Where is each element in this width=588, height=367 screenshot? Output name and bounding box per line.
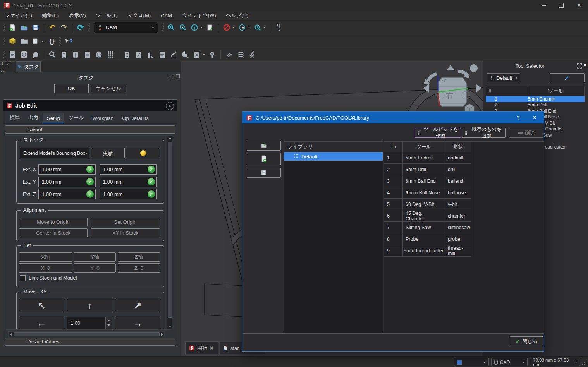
cam-waterline-icon[interactable] — [179, 49, 191, 60]
dialog-help-button[interactable]: ? — [511, 115, 525, 121]
new-document-button[interactable] — [7, 22, 18, 33]
chevron-down-icon[interactable] — [203, 54, 205, 55]
tab-output[interactable]: 出力 — [24, 112, 42, 123]
cancel-button[interactable]: キャンセル — [91, 84, 126, 93]
move-left-button[interactable]: ← — [19, 316, 64, 330]
center-in-stock-button[interactable]: Center in Stock — [19, 228, 88, 237]
stock-update-button[interactable]: 更新 — [91, 148, 125, 158]
table-cell[interactable]: 45 Deg. Chamfer — [403, 210, 445, 222]
move-up-button[interactable]: ↑ — [67, 298, 112, 312]
menu-macro[interactable]: マクロ(M) — [123, 11, 156, 21]
add-existing-button[interactable]: 既存のものを追加 — [462, 128, 506, 138]
refresh-button[interactable]: ⟳ — [75, 22, 86, 33]
cam-engrave-icon[interactable] — [133, 49, 144, 60]
table-cell[interactable]: drill — [445, 164, 471, 175]
table-cell[interactable]: probe — [445, 233, 471, 245]
cam-vcarve-icon[interactable] — [156, 49, 168, 60]
redo-button[interactable]: ↷ — [58, 22, 70, 33]
set-x0-button[interactable]: X=0 — [19, 263, 72, 273]
library-item-default[interactable]: Default — [284, 152, 383, 161]
navigation-style-select[interactable]: CAD — [491, 358, 528, 366]
mdi-tab-start[interactable]: 開始 × — [185, 341, 218, 354]
cam-custom-icon[interactable] — [206, 49, 218, 60]
cam-job-icon[interactable] — [7, 49, 18, 60]
table-cell[interactable]: 7 — [384, 222, 403, 233]
whats-this-button[interactable]: ? — [63, 36, 74, 47]
set-y-axis-button[interactable]: Y軸 — [74, 252, 116, 262]
tab-task[interactable]: ✎ タスク — [16, 61, 41, 72]
layout-section-header[interactable]: Layout — [5, 125, 175, 134]
cam-adaptive-icon[interactable] — [105, 49, 116, 60]
cam-drilling-icon[interactable] — [70, 49, 81, 60]
table-cell[interactable]: thread-mill — [445, 245, 471, 257]
toolbar-grip[interactable] — [59, 37, 61, 46]
toolbar-grip[interactable] — [3, 23, 5, 32]
ext-y-pos-field[interactable]: 1.00 mm✓ — [100, 177, 157, 187]
close-tab-icon[interactable]: × — [210, 345, 213, 351]
tab-general[interactable]: 標準 — [6, 112, 24, 123]
table-cell[interactable]: 5mm Endmill — [403, 152, 445, 164]
table-cell[interactable]: 6 mm Bull Nose — [403, 187, 445, 199]
chevron-down-icon[interactable] — [41, 41, 44, 42]
table-cell[interactable]: 60 Deg. V-Bit — [403, 199, 445, 210]
cam-gcode-inspect-icon[interactable] — [246, 49, 258, 60]
horizontal-scrollbar-thumb[interactable] — [14, 332, 160, 336]
tab-model[interactable]: モデル — [0, 61, 15, 72]
table-cell[interactable]: v-bit — [445, 199, 471, 210]
horizontal-scrollbar[interactable] — [8, 331, 165, 336]
menu-edit[interactable]: 編集(E) — [37, 11, 64, 21]
move-to-origin-button[interactable]: Move to Origin — [19, 218, 88, 226]
set-x-axis-button[interactable]: X軸 — [19, 252, 72, 262]
spin-buttons[interactable] — [105, 317, 112, 329]
column-header-number[interactable]: # — [486, 86, 527, 96]
open-document-button[interactable] — [18, 22, 30, 33]
cam-profile-icon[interactable] — [46, 49, 58, 60]
table-cell[interactable]: slittingsaw — [445, 222, 471, 233]
cam-pocket-icon[interactable] — [58, 49, 70, 60]
table-cell[interactable]: Slitting Saw — [403, 222, 445, 233]
table-cell[interactable]: 6 — [384, 210, 403, 222]
export-button[interactable] — [30, 36, 41, 47]
table-cell[interactable]: bullnose — [445, 187, 471, 199]
resize-grip[interactable] — [582, 364, 583, 365]
link-stock-model-checkbox[interactable] — [20, 275, 26, 281]
create-toolbit-button[interactable]: ツールビットを作成 — [415, 128, 461, 138]
measure-button[interactable] — [272, 22, 284, 33]
chevron-down-icon[interactable] — [232, 27, 235, 28]
toolbar-grip[interactable] — [88, 23, 90, 32]
column-header-tool[interactable]: ツール — [403, 142, 445, 152]
float-panel-icon[interactable] — [169, 75, 173, 79]
set-z0-button[interactable]: Z=0 — [118, 263, 160, 273]
delete-toolbit-button[interactable]: 削除 — [509, 128, 543, 138]
render-style-select[interactable] — [454, 358, 489, 366]
ext-z-pos-field[interactable]: 1.00 mm✓ — [100, 189, 157, 199]
scroll-down-icon[interactable] — [168, 326, 172, 327]
panels-icon[interactable] — [175, 75, 179, 79]
ext-z-neg-field[interactable]: 1.00 mm✓ — [38, 189, 96, 199]
create-part-button[interactable] — [7, 36, 18, 47]
table-cell[interactable]: 5mm-thread-cutter — [403, 245, 445, 257]
dialog-title-bar[interactable]: C:/Users/pc-tr/Documents/FreeCAD/TOOL¥Li… — [242, 112, 544, 123]
tab-setup[interactable]: Setup — [43, 113, 64, 123]
save-button[interactable] — [30, 22, 41, 33]
close-dialog-button[interactable]: ✓ 閉じる — [510, 336, 543, 346]
cam-dressup-icon[interactable] — [191, 49, 203, 60]
vertical-scrollbar[interactable] — [167, 135, 172, 330]
cam-post-process-icon[interactable] — [18, 49, 30, 60]
menu-file[interactable]: ファイル(F) — [0, 11, 37, 21]
ok-button[interactable]: OK — [54, 84, 89, 93]
stock-mode-select[interactable]: Extend Model's Bounding Box — [20, 148, 89, 158]
vertical-scrollbar-thumb[interactable] — [168, 142, 172, 318]
close-window-button[interactable]: × — [570, 0, 588, 11]
tool-row[interactable]: 25mm Drill — [486, 102, 585, 108]
nav-cube-front-label[interactable]: 右 — [446, 91, 453, 101]
save-library-button[interactable] — [247, 168, 281, 178]
set-z-axis-button[interactable]: Z軸 — [118, 252, 160, 262]
menu-help[interactable]: ヘルプ(H) — [221, 11, 253, 21]
edit-macro-button[interactable]: {} — [46, 36, 58, 47]
scroll-left-icon[interactable] — [10, 333, 12, 336]
maximize-button[interactable] — [552, 0, 570, 11]
move-step-spinbox[interactable]: 1.00 — [67, 317, 112, 329]
move-right-button[interactable]: → — [115, 316, 160, 330]
library-list-header[interactable]: ライブラリ — [284, 142, 383, 152]
